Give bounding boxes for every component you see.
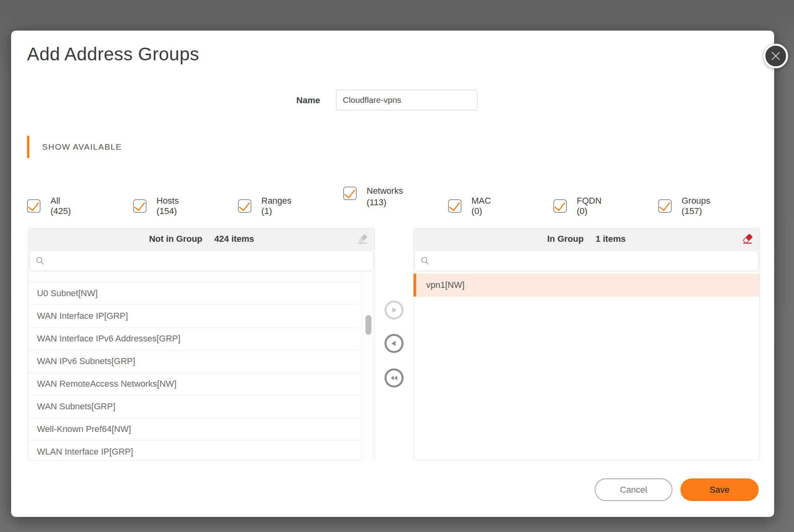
filter-item: Hosts (154): [133, 196, 179, 216]
in-group-panel: In Group 1 items vpn1[NW]: [413, 228, 760, 461]
search-icon: [420, 256, 430, 266]
filter-label: Networks (113): [367, 185, 403, 208]
eraser-icon: [356, 233, 369, 245]
not-in-group-header: Not in Group 424 items: [29, 228, 375, 250]
not-in-group-count: 424 items: [214, 234, 254, 244]
close-icon: [771, 51, 781, 61]
in-group-list: vpn1[NW]: [413, 272, 759, 461]
list-item[interactable]: vpn1[NW]: [413, 274, 759, 297]
search-icon: [35, 256, 45, 266]
list-item[interactable]: WLAN Interface IP[GRP]: [29, 441, 375, 461]
filter-label: MAC (0): [471, 196, 491, 216]
list-item[interactable]: U0 Subnet[NW]: [29, 282, 375, 305]
list-item[interactable]: Well-Known Pref64[NW]: [29, 418, 375, 441]
double-arrow-left-icon: [389, 374, 399, 382]
close-button[interactable]: [763, 44, 788, 68]
not-in-group-title: Not in Group: [149, 234, 202, 244]
filter-label: All (425): [50, 196, 71, 216]
filter-checkbox[interactable]: [553, 199, 567, 213]
name-input[interactable]: [336, 90, 477, 110]
in-group-header: In Group 1 items: [413, 228, 759, 250]
left-list-scrollbar: [362, 272, 375, 461]
save-button[interactable]: Save: [680, 478, 759, 501]
filter-item: All (425): [27, 196, 71, 216]
not-in-group-panel: Not in Group 424 items U0 Subnet[NW]: [28, 228, 375, 461]
arrow-right-icon: [390, 306, 398, 314]
right-search-input[interactable]: [434, 251, 758, 271]
filter-label: Groups (157): [682, 196, 710, 216]
filter-item: Ranges (1): [238, 196, 292, 216]
clear-right-selection-button[interactable]: [741, 233, 754, 245]
section-accent-bar: [27, 136, 29, 158]
list-item[interactable]: WAN Interface IP[GRP]: [29, 305, 375, 328]
arrow-left-icon: [390, 339, 398, 347]
move-left-button[interactable]: [384, 334, 404, 353]
clear-left-selection-button[interactable]: [356, 233, 369, 245]
scrolled-row-remnant: [29, 272, 375, 282]
filter-checkbox[interactable]: [343, 187, 357, 200]
filter-checkbox[interactable]: [238, 199, 251, 213]
name-label: Name: [265, 95, 320, 106]
move-right-button[interactable]: [384, 301, 404, 320]
filter-label: Ranges (1): [261, 196, 292, 216]
filter-item: FQDN (0): [553, 196, 601, 216]
filter-label: Hosts (154): [156, 196, 179, 216]
move-all-left-button[interactable]: [384, 368, 404, 387]
filter-label: FQDN (0): [577, 196, 601, 216]
page-title: Add Address Groups: [27, 41, 199, 67]
scrollbar-thumb[interactable]: [365, 315, 371, 335]
right-search-box: [414, 251, 759, 271]
in-group-title: In Group: [547, 234, 584, 244]
section-title: SHOW AVAILABLE: [42, 136, 122, 158]
filter-item: Networks (113): [343, 187, 403, 208]
eraser-red-icon: [741, 233, 754, 245]
list-item[interactable]: WAN Subnets[GRP]: [29, 395, 375, 418]
list-item[interactable]: WAN IPv6 Subnets[GRP]: [29, 350, 375, 373]
filter-checkbox[interactable]: [133, 199, 147, 213]
filter-checkbox[interactable]: [658, 199, 672, 213]
left-search-box: [29, 251, 374, 271]
filter-checkbox[interactable]: [448, 199, 462, 213]
list-item[interactable]: WAN Interface IPv6 Addresses[GRP]: [29, 328, 375, 350]
not-in-group-list: U0 Subnet[NW] WAN Interface IP[GRP] WAN …: [29, 272, 375, 461]
show-available-section: SHOW AVAILABLE: [27, 136, 122, 158]
left-search-input[interactable]: [49, 251, 373, 271]
filter-item: Groups (157): [658, 196, 710, 216]
cancel-button[interactable]: Cancel: [595, 478, 672, 501]
filter-item: MAC (0): [448, 196, 491, 216]
list-item[interactable]: WAN RemoteAccess Networks[NW]: [29, 373, 375, 395]
in-group-count: 1 items: [595, 234, 626, 244]
filter-checkbox[interactable]: [27, 199, 41, 213]
